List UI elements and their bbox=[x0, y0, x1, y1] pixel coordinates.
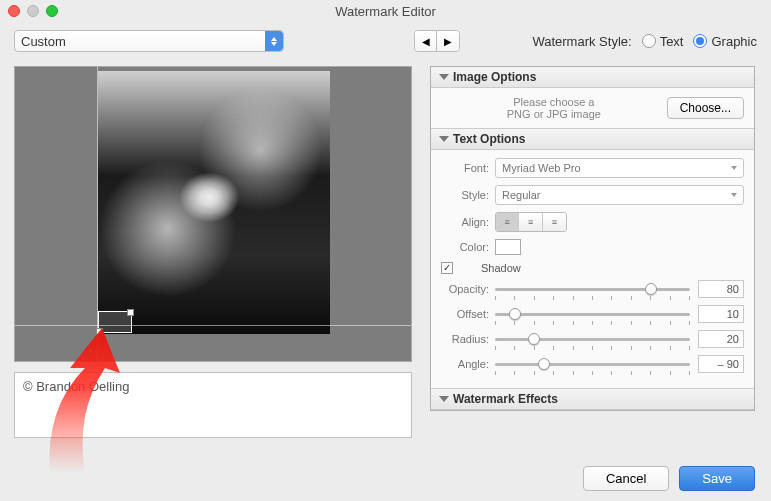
titlebar: Watermark Editor bbox=[0, 0, 771, 22]
style-select[interactable]: Regular bbox=[495, 185, 744, 205]
color-label: Color: bbox=[441, 241, 495, 253]
hint-line2: PNG or JPG image bbox=[441, 108, 667, 120]
disclosure-icon bbox=[439, 136, 449, 142]
footer-buttons: Cancel Save bbox=[583, 466, 755, 491]
cancel-button[interactable]: Cancel bbox=[583, 466, 669, 491]
preview-nav-segmented: ◀ ▶ bbox=[414, 30, 460, 52]
color-swatch[interactable] bbox=[495, 239, 521, 255]
save-button[interactable]: Save bbox=[679, 466, 755, 491]
radius-value[interactable]: 20 bbox=[698, 330, 744, 348]
window-title: Watermark Editor bbox=[0, 4, 771, 19]
preview-photo bbox=[98, 71, 330, 334]
prev-button[interactable]: ◀ bbox=[415, 31, 437, 51]
offset-value[interactable]: 10 bbox=[698, 305, 744, 323]
text-options-header[interactable]: Text Options bbox=[431, 128, 754, 150]
style-value: Regular bbox=[502, 189, 541, 201]
next-button[interactable]: ▶ bbox=[437, 31, 459, 51]
radius-slider[interactable] bbox=[495, 330, 690, 348]
font-value: Myriad Web Pro bbox=[502, 162, 581, 174]
preset-selected-label: Custom bbox=[21, 34, 66, 49]
align-left-icon[interactable]: ≡ bbox=[496, 213, 519, 231]
radius-label: Radius: bbox=[441, 333, 495, 345]
radio-graphic[interactable]: Graphic bbox=[693, 34, 757, 49]
choose-button[interactable]: Choose... bbox=[667, 97, 744, 119]
preset-select[interactable]: Custom bbox=[14, 30, 284, 52]
text-options-body: Font: Myriad Web Pro Style: Regular bbox=[431, 150, 754, 388]
watermark-effects-header[interactable]: Watermark Effects bbox=[431, 388, 754, 410]
watermark-effects-title: Watermark Effects bbox=[453, 392, 558, 406]
disclosure-icon bbox=[439, 396, 449, 402]
align-label: Align: bbox=[441, 216, 495, 228]
radio-icon bbox=[693, 34, 707, 48]
watermark-style-group: Watermark Style: Text Graphic bbox=[532, 34, 757, 49]
text-options-title: Text Options bbox=[453, 132, 525, 146]
radio-icon bbox=[642, 34, 656, 48]
image-options-hint: Please choose a PNG or JPG image bbox=[441, 96, 667, 120]
angle-label: Angle: bbox=[441, 358, 495, 370]
align-segmented[interactable]: ≡ ≡ ≡ bbox=[495, 212, 567, 232]
opacity-label: Opacity: bbox=[441, 283, 495, 295]
radio-text[interactable]: Text bbox=[642, 34, 684, 49]
image-options-body: Please choose a PNG or JPG image Choose.… bbox=[431, 88, 754, 128]
shadow-label: Shadow bbox=[481, 262, 521, 274]
right-column: Image Options Please choose a PNG or JPG… bbox=[430, 60, 755, 438]
disclosure-icon bbox=[439, 74, 449, 80]
angle-slider[interactable] bbox=[495, 355, 690, 373]
preview-area[interactable] bbox=[14, 66, 412, 362]
left-column: © Brandon Oelling bbox=[14, 60, 412, 438]
watermark-style-label: Watermark Style: bbox=[532, 34, 631, 49]
style-label: Style: bbox=[441, 189, 495, 201]
copyright-text: © Brandon Oelling bbox=[23, 379, 129, 394]
options-panel: Image Options Please choose a PNG or JPG… bbox=[430, 66, 755, 411]
angle-value[interactable]: – 90 bbox=[698, 355, 744, 373]
radio-text-label: Text bbox=[660, 34, 684, 49]
font-label: Font: bbox=[441, 162, 495, 174]
offset-label: Offset: bbox=[441, 308, 495, 320]
copyright-input[interactable]: © Brandon Oelling bbox=[14, 372, 412, 438]
opacity-value[interactable]: 80 bbox=[698, 280, 744, 298]
align-right-icon[interactable]: ≡ bbox=[543, 213, 566, 231]
font-select[interactable]: Myriad Web Pro bbox=[495, 158, 744, 178]
hint-line1: Please choose a bbox=[441, 96, 667, 108]
image-options-title: Image Options bbox=[453, 70, 536, 84]
image-options-header[interactable]: Image Options bbox=[431, 67, 754, 88]
shadow-checkbox[interactable] bbox=[441, 262, 453, 274]
toolbar: Custom ◀ ▶ Watermark Style: Text Graphic bbox=[0, 22, 771, 60]
align-center-icon[interactable]: ≡ bbox=[519, 213, 542, 231]
guide-horizontal bbox=[15, 325, 411, 326]
opacity-slider[interactable] bbox=[495, 280, 690, 298]
radio-graphic-label: Graphic bbox=[711, 34, 757, 49]
chevron-updown-icon bbox=[265, 31, 283, 51]
offset-slider[interactable] bbox=[495, 305, 690, 323]
watermark-handle[interactable] bbox=[98, 311, 132, 333]
